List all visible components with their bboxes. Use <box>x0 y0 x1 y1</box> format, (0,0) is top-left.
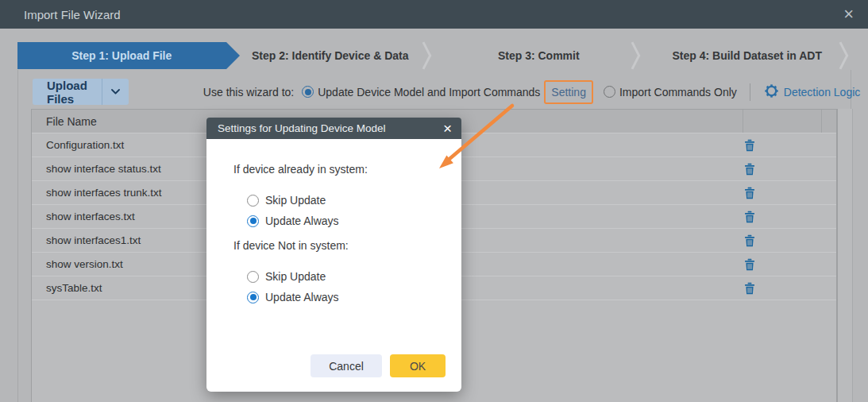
radio-skip-update-existing[interactable]: Skip Update <box>247 190 446 211</box>
column-divider <box>821 110 822 133</box>
toolbar: Upload Files Use this wizard to: Update … <box>33 79 839 105</box>
wizard-options: Use this wizard to: Update Device Model … <box>203 83 860 101</box>
file-name: show interfaces.txt <box>46 211 135 222</box>
file-name: show interfaces trunk.txt <box>46 187 162 199</box>
file-name-column-header: File Name <box>46 115 97 128</box>
delete-file-icon[interactable] <box>743 139 756 152</box>
radio-label: Update Always <box>265 291 339 303</box>
modal-close-icon[interactable]: × <box>443 121 452 136</box>
modal-titlebar: Settings for Updating Device Model × <box>206 118 461 139</box>
step-2-identify-device-data[interactable]: Step 2: Identify Device & Data <box>226 42 435 69</box>
chevron-separator-icon <box>839 54 849 69</box>
table-scrollbar[interactable] <box>837 109 853 402</box>
ok-button[interactable]: OK <box>390 354 446 377</box>
radio-selected-icon <box>302 86 314 98</box>
radio-label: Update Always <box>265 215 339 227</box>
radio-unselected-icon <box>604 86 615 98</box>
delete-file-icon[interactable] <box>743 163 756 176</box>
file-name: show version.txt <box>46 258 123 270</box>
radio-update-device-model[interactable]: Update Device Model and Import Commands <box>302 86 540 99</box>
radio-unselected-icon <box>247 271 259 283</box>
step-label: Step 1: Upload File <box>71 49 172 62</box>
radio-label: Import Commands Only <box>619 86 737 99</box>
radio-selected-icon <box>247 215 259 227</box>
delete-file-icon[interactable] <box>743 258 756 271</box>
file-name: Configuration.txt <box>46 139 124 151</box>
titlebar: Import File Wizard × <box>0 0 868 29</box>
file-name: show interface status.txt <box>46 163 161 175</box>
detection-logic-label: Detection Logic <box>784 86 861 99</box>
step-1-upload-file[interactable]: Step 1: Upload File <box>17 42 226 69</box>
gear-icon <box>765 84 778 100</box>
cancel-button[interactable]: Cancel <box>311 354 382 377</box>
column-divider <box>743 110 743 133</box>
step-3-commit[interactable]: Step 3: Commit <box>434 42 643 69</box>
step-4-build-dataset-adt[interactable]: Step 4: Build Dataset in ADT <box>643 42 852 69</box>
setting-link[interactable]: Setting <box>551 86 586 99</box>
radio-skip-update-new[interactable]: Skip Update <box>247 266 446 287</box>
settings-modal: Settings for Updating Device Model × If … <box>206 118 461 392</box>
file-name: show interfaces1.txt <box>46 234 141 246</box>
delete-file-icon[interactable] <box>743 211 756 223</box>
delete-file-icon[interactable] <box>743 187 756 199</box>
delete-file-icon[interactable] <box>743 282 756 295</box>
radio-label: Update Device Model and Import Commands <box>318 86 540 99</box>
file-name: sysTable.txt <box>46 282 102 294</box>
step-label: Step 3: Commit <box>498 49 580 62</box>
upload-files-button[interactable]: Upload Files <box>33 79 129 105</box>
step-label: Step 4: Build Dataset in ADT <box>672 49 822 62</box>
radio-label: Skip Update <box>265 194 326 207</box>
step-label: Step 2: Identify Device & Data <box>252 49 409 62</box>
use-wizard-label: Use this wizard to: <box>203 86 294 99</box>
vertical-divider <box>750 83 750 101</box>
radio-unselected-icon <box>247 195 259 207</box>
modal-body: If device already in system: Skip Update… <box>206 139 461 392</box>
window-title: Import File Wizard <box>24 8 121 21</box>
radio-update-always-existing[interactable]: Update Always <box>247 211 446 231</box>
import-file-wizard-window: Import File Wizard × Step 1: Upload File… <box>0 0 868 402</box>
modal-buttons: Cancel OK <box>233 354 446 377</box>
setting-label: Setting <box>551 86 586 99</box>
section-label-device-in-system: If device already in system: <box>233 163 446 179</box>
wizard-steps: Step 1: Upload File Step 2: Identify Dev… <box>17 42 851 69</box>
chevron-separator-icon <box>422 54 432 69</box>
upload-files-label: Upload Files <box>33 79 102 106</box>
radio-label: Skip Update <box>265 270 326 283</box>
radio-selected-icon <box>247 292 259 303</box>
chevron-down-icon[interactable] <box>102 89 129 95</box>
chevron-separator-icon <box>631 54 640 69</box>
modal-title: Settings for Updating Device Model <box>218 122 386 134</box>
radio-import-commands-only[interactable]: Import Commands Only <box>604 86 737 99</box>
window-close-icon[interactable]: × <box>843 6 854 23</box>
section-label-device-not-in-system: If device Not in system: <box>233 239 446 255</box>
detection-logic-link[interactable]: Detection Logic <box>765 84 861 100</box>
radio-update-always-new[interactable]: Update Always <box>247 287 446 307</box>
delete-file-icon[interactable] <box>743 234 756 247</box>
